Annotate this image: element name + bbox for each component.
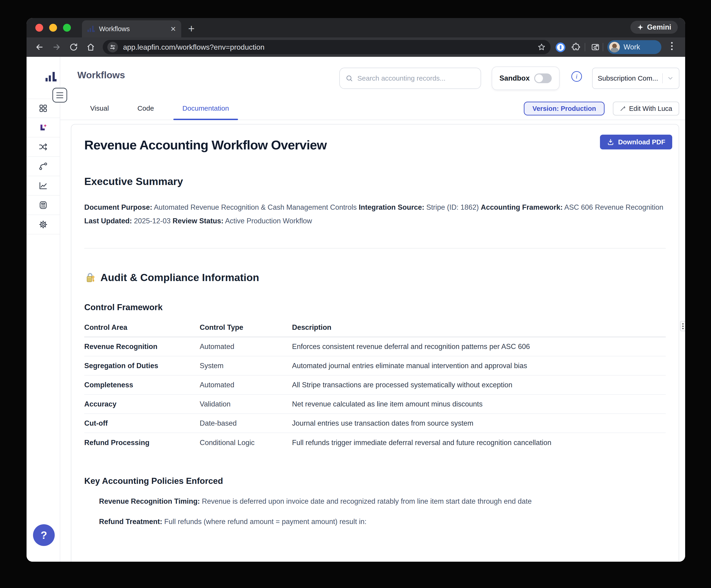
password-manager-extension-icon[interactable]: [556, 42, 565, 52]
policies-heading: Key Accounting Policies Enforced: [84, 476, 666, 486]
download-pdf-button[interactable]: Download PDF: [600, 135, 672, 149]
summary-text: Stripe (ID: 1862): [424, 203, 481, 211]
tab-title: Workflows: [99, 25, 170, 33]
summary-text: ASC 606 Revenue Recognition: [563, 203, 664, 211]
new-tab-button[interactable]: +: [188, 22, 195, 35]
window-close-button[interactable]: [35, 24, 43, 31]
reload-icon[interactable]: [69, 42, 78, 52]
audit-compliance-heading: Audit & Compliance Information: [84, 272, 666, 284]
window-zoom-button[interactable]: [63, 24, 71, 31]
url-text: app.leapfin.com/workflows?env=production: [123, 43, 537, 51]
executive-summary-paragraph: Document Purpose: Automated Revenue Reco…: [84, 201, 666, 228]
branch-icon: [39, 162, 48, 171]
chevron-down-icon: [667, 75, 674, 82]
sidebar-item-luca[interactable]: [26, 118, 60, 138]
tab-code[interactable]: Code: [127, 97, 164, 120]
summary-text: 2025-12-03: [132, 217, 173, 225]
sidebar-item-calculations[interactable]: [26, 196, 60, 215]
col-control-area: Control Area: [84, 323, 200, 332]
search-box[interactable]: [339, 68, 481, 89]
luca-ai-icon: [39, 123, 48, 132]
profile-label: Work: [624, 43, 640, 51]
sidebar-item-pipelines[interactable]: [26, 157, 60, 176]
resize-handle[interactable]: [680, 321, 685, 331]
url-bar[interactable]: app.leapfin.com/workflows?env=production: [103, 40, 551, 54]
section-divider: [84, 248, 666, 249]
toolbar-divider: [585, 43, 585, 51]
help-button[interactable]: ?: [33, 524, 55, 546]
browser-window: Workflows ✕ + Gemini: [26, 18, 685, 562]
download-icon: [607, 138, 614, 146]
browser-toolbar: app.leapfin.com/workflows?env=production…: [26, 37, 685, 57]
side-panel-search-icon[interactable]: [591, 42, 600, 52]
sidebar-item-settings[interactable]: [26, 215, 60, 234]
col-description: Description: [292, 323, 666, 332]
bookmark-star-icon[interactable]: [537, 43, 546, 51]
browser-tab-strip: Workflows ✕ + Gemini: [26, 18, 685, 37]
site-settings-icon[interactable]: [107, 42, 118, 52]
sidebar: ?: [26, 57, 60, 562]
edit-with-luca-button[interactable]: Edit With Luca: [613, 102, 679, 115]
leapfin-logo-icon: [44, 71, 58, 83]
version-badge[interactable]: Version: Production: [524, 102, 605, 115]
lock-emoji-icon: [84, 272, 96, 284]
extensions-puzzle-icon[interactable]: [571, 42, 581, 52]
main-content: Workflows Sandbox i Subscription Com...: [60, 57, 685, 562]
document-title: Revenue Accounting Workflow Overview: [84, 138, 666, 152]
active-tab-underline: [173, 119, 238, 120]
workflow-tab-bar: Visual Code Documentation Version: Produ…: [60, 97, 685, 120]
policy-item: Revenue Recognition Timing: Revenue is d…: [84, 497, 666, 506]
summary-text: Active Production Workflow: [223, 217, 312, 225]
summary-label: Accounting Framework:: [481, 203, 563, 211]
tab-close-icon[interactable]: ✕: [170, 25, 176, 33]
app-root: ? Workflows Sandbox: [26, 57, 685, 562]
settings-gear-icon: [39, 220, 48, 229]
forward-icon[interactable]: [52, 42, 61, 52]
tab-visual[interactable]: Visual: [81, 97, 118, 120]
sparkle-icon: [637, 24, 644, 31]
line-chart-icon: [39, 181, 48, 190]
summary-label: Review Status:: [173, 217, 224, 225]
profile-button[interactable]: Work: [607, 40, 661, 54]
table-header-row: Control Area Control Type Description: [84, 323, 666, 337]
back-icon[interactable]: [35, 42, 44, 52]
search-icon: [345, 75, 353, 82]
app-header: Workflows Sandbox i Subscription Com...: [60, 57, 685, 97]
organization-selector[interactable]: Subscription Com...: [592, 68, 680, 89]
table-row: Segregation of Duties System Automated j…: [84, 356, 666, 376]
sandbox-label: Sandbox: [499, 74, 530, 82]
gemini-button[interactable]: Gemini: [630, 21, 678, 34]
page-title: Workflows: [77, 70, 125, 81]
sandbox-toggle[interactable]: [534, 74, 552, 83]
tab-documentation[interactable]: Documentation: [173, 97, 238, 120]
gemini-label: Gemini: [647, 23, 671, 31]
tab-bar-actions: Version: Production Edit With Luca: [524, 97, 679, 120]
avatar: [609, 42, 620, 52]
leapfin-favicon-icon: [87, 25, 95, 33]
window-controls: [35, 24, 71, 31]
sidebar-item-analytics[interactable]: [26, 176, 60, 196]
organization-value: Subscription Com...: [598, 75, 658, 82]
desktop-background: Workflows ✕ + Gemini: [0, 0, 711, 588]
sidebar-item-workflows[interactable]: [26, 138, 60, 157]
executive-summary-heading: Executive Summary: [84, 175, 666, 188]
sidebar-nav: [26, 99, 60, 234]
browser-menu-icon[interactable]: [671, 42, 673, 50]
home-icon[interactable]: [86, 42, 95, 52]
sidebar-toggle-button[interactable]: [52, 88, 67, 103]
search-input[interactable]: [357, 75, 475, 82]
shuffle-icon: [39, 142, 48, 151]
calculator-icon: [39, 201, 48, 210]
control-framework-table: Control Area Control Type Description Re…: [84, 323, 666, 452]
summary-label: Last Updated:: [84, 217, 132, 225]
info-icon[interactable]: i: [571, 71, 582, 82]
window-minimize-button[interactable]: [49, 24, 57, 31]
col-control-type: Control Type: [200, 323, 292, 332]
browser-tab[interactable]: Workflows ✕: [82, 20, 181, 37]
summary-label: Document Purpose:: [84, 203, 152, 211]
documentation-panel: Download PDF Revenue Accounting Workflow…: [71, 124, 679, 562]
summary-text: Automated Revenue Recognition & Cash Man…: [152, 203, 359, 211]
policy-item: Refund Treatment: Full refunds (where re…: [84, 517, 666, 527]
magic-wand-icon: [620, 106, 626, 111]
table-row: Refund Processing Conditional Logic Full…: [84, 433, 666, 452]
